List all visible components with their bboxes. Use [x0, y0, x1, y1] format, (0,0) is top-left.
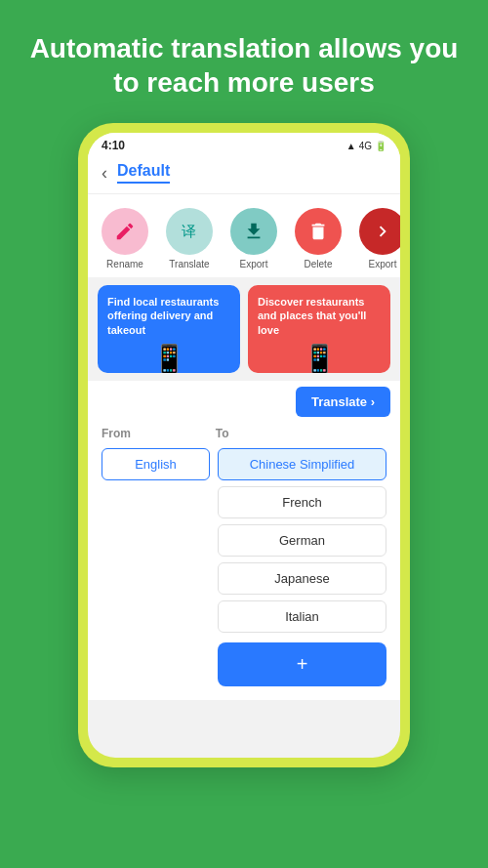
to-header: To — [216, 427, 229, 440]
card-discover-text: Discover restaurants and places that you… — [258, 295, 381, 337]
translate-action-button[interactable]: Translate › — [296, 387, 390, 417]
export-label: Export — [240, 259, 268, 269]
translate-label: Translate — [169, 259, 209, 269]
card-discover-phone: 📱 — [258, 343, 381, 373]
lang-german[interactable]: German — [218, 524, 386, 557]
phone-wrapper: 4:10 ▲ 4G 🔋 ‹ Default Rename — [78, 123, 410, 767]
action-delete[interactable]: Delete — [291, 208, 346, 269]
action-export[interactable]: Export — [226, 208, 281, 269]
card-discover: Discover restaurants and places that you… — [248, 285, 390, 373]
rename-label: Rename — [106, 259, 143, 269]
delete-label: Delete — [305, 259, 333, 269]
back-button[interactable]: ‹ — [102, 163, 107, 184]
phone-screen: 4:10 ▲ 4G 🔋 ‹ Default Rename — [88, 133, 400, 758]
lang-english[interactable]: English — [102, 448, 210, 480]
lang-french[interactable]: French — [218, 486, 386, 518]
translate-icon-circle: 译 — [166, 208, 213, 255]
from-to-header: From To — [102, 427, 386, 440]
add-language-button[interactable]: + — [218, 642, 386, 686]
translation-panel: From To English Chinese Simplified Frenc… — [88, 417, 400, 700]
headline: Automatic translation allows you to reac… — [0, 0, 488, 123]
svg-text:译: 译 — [182, 224, 196, 239]
to-langs-col: Chinese Simplified French German Japanes… — [218, 448, 386, 686]
rename-icon-circle — [102, 208, 148, 255]
signal-icon: 4G — [359, 141, 372, 151]
export2-icon-circle — [359, 208, 400, 255]
from-langs-col: English — [102, 448, 210, 686]
card-delivery-phone: 📱 — [107, 343, 230, 373]
card-delivery-text: Find local restaurants offering delivery… — [107, 295, 230, 337]
cards-row: Find local restaurants offering delivery… — [88, 277, 400, 381]
card-delivery: Find local restaurants offering delivery… — [98, 285, 240, 373]
action-export2[interactable]: Export — [355, 208, 400, 269]
status-bar: 4:10 ▲ 4G 🔋 — [88, 133, 400, 156]
from-header: From — [102, 427, 216, 440]
language-rows: English Chinese Simplified French German… — [102, 448, 386, 686]
lang-japanese[interactable]: Japanese — [218, 562, 386, 595]
export2-label: Export — [369, 259, 397, 269]
action-translate[interactable]: 译 Translate — [162, 208, 217, 269]
top-nav: ‹ Default — [88, 156, 400, 194]
action-rename[interactable]: Rename — [98, 208, 152, 269]
nav-title: Default — [117, 162, 170, 184]
wifi-icon: ▲ — [346, 141, 356, 151]
status-icons: ▲ 4G 🔋 — [346, 141, 386, 151]
battery-icon: 🔋 — [375, 141, 386, 151]
translate-btn-row: Translate › — [88, 381, 400, 417]
export-icon-circle — [230, 208, 277, 255]
actions-row: Rename 译 Translate Export — [88, 194, 400, 277]
lang-chinese[interactable]: Chinese Simplified — [218, 448, 386, 480]
delete-icon-circle — [295, 208, 342, 255]
lang-italian[interactable]: Italian — [218, 600, 386, 633]
status-time: 4:10 — [102, 139, 125, 152]
